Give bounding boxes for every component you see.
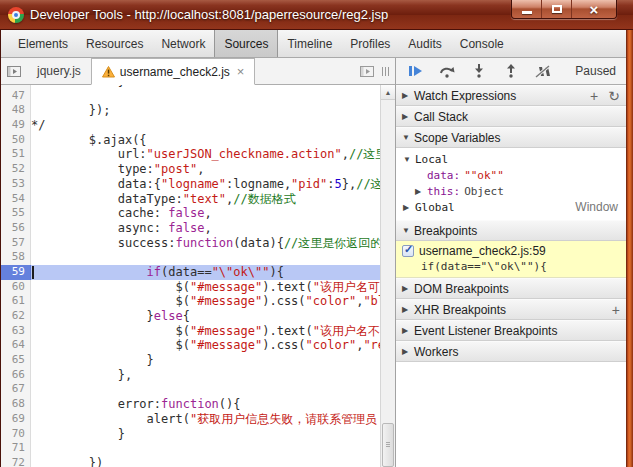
scope-local[interactable]: ▼ Local [396, 151, 626, 167]
code-line-51[interactable]: 51 url:"userJSON_checkname.action",//这里 [1, 147, 380, 162]
code-line-71[interactable]: 71 [1, 441, 380, 456]
code-line-61[interactable]: 61 $("#message").css("color","bl [1, 294, 380, 309]
code-line-54[interactable]: 54 dataType:"text",//数据格式 [1, 192, 380, 207]
tab-audits[interactable]: Audits [399, 30, 450, 57]
chevron-right-icon: ▶ [402, 284, 414, 293]
code-line-47[interactable]: 47 [1, 89, 380, 104]
line-number[interactable]: 57 [1, 236, 31, 251]
code-scroll-area[interactable]: 46 }4748 });49*/50 $.ajax({51 url:"userJ… [1, 85, 380, 467]
tab-timeline[interactable]: Timeline [278, 30, 341, 57]
step-into-button[interactable] [470, 62, 488, 80]
section-call-stack[interactable]: ▶ Call Stack [396, 106, 626, 127]
breakpoint-location: username_check2.js:59 [419, 244, 546, 258]
code-line-69[interactable]: 69 alert("获取用户信息失败，请联系管理员 [1, 412, 380, 427]
show-drawer-button[interactable] [354, 58, 380, 84]
section-workers[interactable]: ▶ Workers [396, 341, 626, 362]
tab-elements[interactable]: Elements [9, 30, 77, 57]
line-number[interactable]: 64 [1, 338, 31, 353]
code-line-55[interactable]: 55 cache: false, [1, 206, 380, 221]
line-number[interactable]: 48 [1, 103, 31, 118]
tab-close-icon[interactable]: × [237, 65, 245, 78]
tab-username-check2-js[interactable]: username_check2.js × [91, 58, 256, 85]
line-number[interactable]: 66 [1, 368, 31, 383]
line-number[interactable]: 63 [1, 324, 31, 339]
breakpoint-checkbox[interactable] [402, 245, 414, 257]
close-button[interactable]: × [572, 0, 616, 18]
code-line-59[interactable]: 59 if(data=="\"ok\""){ [1, 265, 380, 280]
section-scope-variables[interactable]: ▼ Scope Variables [396, 127, 626, 148]
code-line-70[interactable]: 70 } [1, 427, 380, 442]
code-line-49[interactable]: 49*/ [1, 118, 380, 133]
step-over-button[interactable] [438, 62, 456, 80]
line-number[interactable]: 65 [1, 353, 31, 368]
line-number[interactable]: 49 [1, 118, 31, 133]
code-line-67[interactable]: 67 [1, 382, 380, 397]
add-xhr-breakpoint-icon[interactable]: + [612, 303, 620, 317]
section-dom-breakpoints[interactable]: ▶ DOM Breakpoints [396, 278, 626, 299]
line-number[interactable]: 51 [1, 147, 31, 162]
line-number[interactable]: 67 [1, 382, 31, 397]
code-line-48[interactable]: 48 }); [1, 103, 380, 118]
code-line-63[interactable]: 63 $("#message").text("该用户名不 [1, 324, 380, 339]
code-line-57[interactable]: 57 success:function(data){//这里是你返回的 [1, 236, 380, 251]
line-number[interactable]: 53 [1, 177, 31, 192]
line-number[interactable]: 72 [1, 456, 31, 467]
line-number[interactable]: 69 [1, 412, 31, 427]
line-number[interactable]: 71 [1, 441, 31, 456]
section-xhr-breakpoints[interactable]: ▶ XHR Breakpoints + [396, 299, 626, 320]
line-number[interactable]: 54 [1, 192, 31, 207]
section-watch-expressions[interactable]: ▶ Watch Expressions + ↻ [396, 85, 626, 106]
tab-resources[interactable]: Resources [77, 30, 152, 57]
scope-var-this[interactable]: ▶ this: Object [396, 183, 626, 199]
code-line-53[interactable]: 53 data:{"logname":logname,"pid":5},//这 [1, 177, 380, 192]
chevron-right-icon: ▶ [415, 187, 427, 196]
code-line-60[interactable]: 60 $("#message").text("该用户名可 [1, 280, 380, 295]
section-breakpoints[interactable]: ▼ Breakpoints [396, 220, 626, 241]
line-number[interactable]: 59 [1, 265, 31, 280]
minimize-button[interactable] [512, 0, 542, 18]
section-event-listener-breakpoints[interactable]: ▶ Event Listener Breakpoints [396, 320, 626, 341]
scroll-up-arrow-icon[interactable]: ▲ [381, 85, 395, 100]
line-number[interactable]: 60 [1, 280, 31, 295]
add-watch-expression-icon[interactable]: + [590, 89, 598, 103]
code-line-66[interactable]: 66 }, [1, 368, 380, 383]
code-line-50[interactable]: 50 $.ajax({ [1, 133, 380, 148]
resume-button[interactable] [406, 62, 424, 80]
scope-global[interactable]: ▶ Global Window [396, 199, 626, 215]
code-line-56[interactable]: 56 async: false, [1, 221, 380, 236]
line-number[interactable]: 70 [1, 427, 31, 442]
line-number[interactable]: 50 [1, 133, 31, 148]
window-frame-right [626, 30, 633, 467]
line-number[interactable]: 47 [1, 89, 31, 104]
tab-profiles[interactable]: Profiles [341, 30, 399, 57]
tab-network[interactable]: Network [152, 30, 214, 57]
line-number[interactable]: 52 [1, 162, 31, 177]
line-number[interactable]: 58 [1, 250, 31, 265]
deactivate-breakpoints-button[interactable] [534, 62, 552, 80]
breakpoint-entry[interactable]: username_check2.js:59 if(data=="\"ok\"")… [396, 241, 626, 278]
splitter-grip[interactable] [380, 58, 395, 84]
tab-jquery-js[interactable]: jquery.js [27, 58, 91, 84]
code-line-65[interactable]: 65 } [1, 353, 380, 368]
code-editor[interactable]: 46 }4748 });49*/50 $.ajax({51 url:"userJ… [1, 85, 395, 467]
show-navigator-button[interactable] [1, 58, 27, 84]
step-out-button[interactable] [502, 62, 520, 80]
tab-console[interactable]: Console [451, 30, 513, 57]
code-line-52[interactable]: 52 type:"post", [1, 162, 380, 177]
scrollbar-thumb[interactable] [382, 423, 394, 467]
code-line-64[interactable]: 64 $("#message").css("color","re [1, 338, 380, 353]
line-number[interactable]: 62 [1, 309, 31, 324]
editor-scrollbar[interactable]: ▲ [380, 85, 395, 467]
refresh-watch-icon[interactable]: ↻ [608, 89, 620, 103]
scope-var-data[interactable]: data: ""ok"" [396, 167, 626, 183]
code-line-58[interactable]: 58 [1, 250, 380, 265]
line-number[interactable]: 68 [1, 397, 31, 412]
line-number[interactable]: 61 [1, 294, 31, 309]
code-line-62[interactable]: 62 }else{ [1, 309, 380, 324]
code-line-68[interactable]: 68 error:function(){ [1, 397, 380, 412]
maximize-button[interactable] [542, 0, 572, 18]
line-number[interactable]: 56 [1, 221, 31, 236]
code-line-72[interactable]: 72 }) [1, 456, 380, 467]
line-number[interactable]: 55 [1, 206, 31, 221]
tab-sources[interactable]: Sources [214, 30, 278, 57]
